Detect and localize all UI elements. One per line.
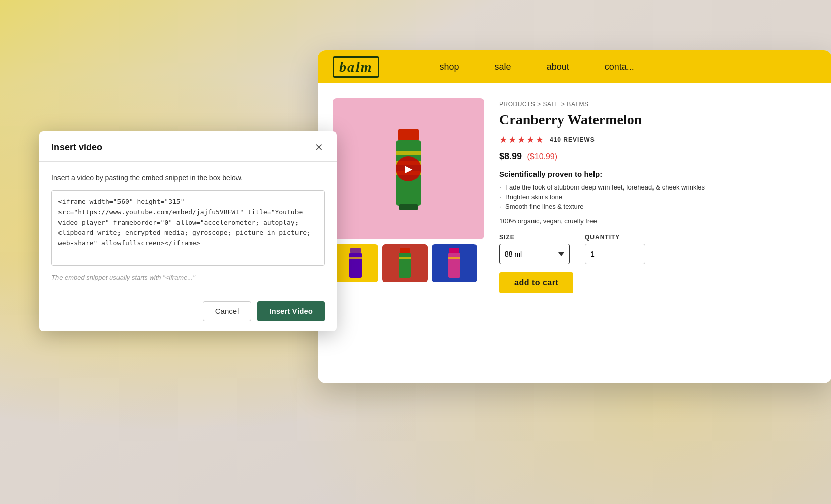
cancel-button[interactable]: Cancel: [203, 301, 252, 321]
embed-hint: The embed snippet usually starts with "<…: [51, 274, 325, 281]
modal-close-button[interactable]: ✕: [313, 141, 325, 153]
modal-title: Insert video: [51, 142, 102, 153]
modal-body: Insert a video by pasting the embed snip…: [39, 162, 337, 293]
insert-video-button[interactable]: Insert Video: [257, 301, 325, 321]
insert-video-modal: Insert video ✕ Insert a video by pasting…: [39, 131, 337, 331]
modal-header: Insert video ✕: [39, 131, 337, 162]
embed-code-textarea[interactable]: <iframe width="560" height="315" src="ht…: [51, 190, 325, 266]
modal-description: Insert a video by pasting the embed snip…: [51, 174, 325, 182]
modal-footer: Cancel Insert Video: [39, 293, 337, 331]
